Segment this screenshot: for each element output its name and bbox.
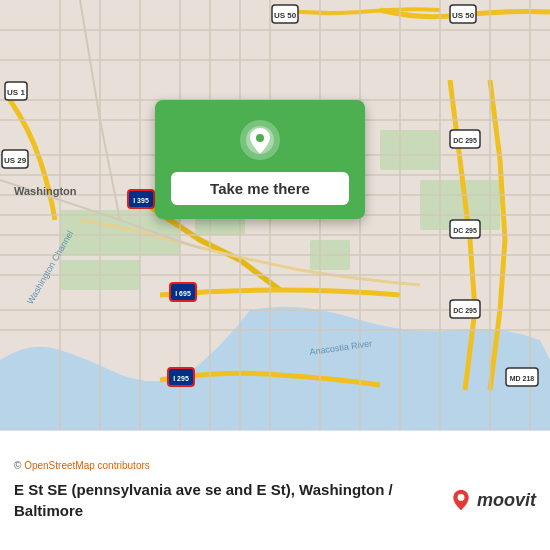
svg-text:I 295: I 295 [173,375,189,382]
svg-rect-4 [380,130,440,170]
location-card: Take me there [155,100,365,219]
location-text: E St SE (pennsylvania ave se and E St), … [14,479,439,521]
svg-text:Washington: Washington [14,185,77,197]
location-pin-icon [238,118,282,162]
location-name: E St SE (pennsylvania ave se and E St), … [14,479,439,521]
location-info: E St SE (pennsylvania ave se and E St), … [14,479,536,521]
moovit-brand-text: moovit [477,490,536,511]
svg-text:US 50: US 50 [274,11,297,20]
svg-text:US 50: US 50 [452,11,475,20]
svg-text:US 29: US 29 [4,156,27,165]
svg-text:DC 295: DC 295 [453,137,477,144]
app: Washington Channel Anacostia River US 1 … [0,0,550,550]
moovit-logo: moovit [449,488,536,512]
svg-text:DC 295: DC 295 [453,307,477,314]
openstreetmap-link[interactable]: OpenStreetMap contributors [24,460,150,471]
take-me-there-button[interactable]: Take me there [171,172,349,205]
svg-point-61 [458,494,465,501]
map-container: Washington Channel Anacostia River US 1 … [0,0,550,430]
svg-text:US 1: US 1 [7,88,25,97]
svg-text:MD 218: MD 218 [510,375,535,382]
svg-text:I 395: I 395 [133,197,149,204]
bottom-bar: © OpenStreetMap contributors E St SE (pe… [0,430,550,550]
attribution: © OpenStreetMap contributors [14,460,536,471]
svg-point-60 [256,134,264,142]
svg-text:DC 295: DC 295 [453,227,477,234]
svg-text:I 695: I 695 [175,290,191,297]
moovit-pin-icon [449,488,473,512]
